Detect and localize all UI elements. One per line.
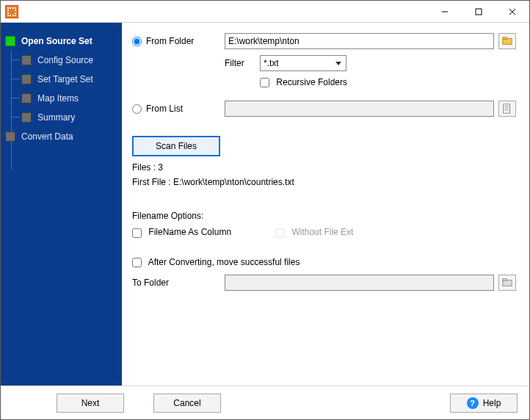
step-status-icon bbox=[21, 112, 32, 123]
files-count-label: Files : 3 bbox=[132, 162, 516, 173]
titlebar bbox=[1, 1, 529, 23]
filename-as-column-text: FileName As Column bbox=[148, 227, 231, 237]
step-status-icon bbox=[21, 93, 32, 104]
filename-as-column-label[interactable]: FileName As Column bbox=[132, 227, 231, 237]
after-move-text: After Converting, move successful files bbox=[148, 257, 300, 267]
without-file-ext-text: Without File Ext bbox=[291, 227, 353, 237]
browse-list-button[interactable] bbox=[498, 101, 516, 117]
app-icon bbox=[5, 5, 18, 18]
minimize-button[interactable] bbox=[428, 1, 462, 23]
to-folder-input bbox=[225, 275, 494, 291]
sidebar-item-config-source[interactable]: Config Source bbox=[21, 51, 119, 70]
svg-rect-1 bbox=[476, 9, 482, 15]
help-icon: ? bbox=[467, 397, 479, 409]
browse-to-folder-button[interactable] bbox=[498, 275, 516, 291]
from-folder-radio-label[interactable]: From Folder bbox=[132, 36, 225, 46]
recursive-checkbox-label[interactable]: Recursive Folders bbox=[260, 77, 347, 87]
sidebar-item-summary[interactable]: Summary bbox=[21, 108, 119, 127]
help-label: Help bbox=[483, 398, 501, 408]
close-button[interactable] bbox=[495, 1, 529, 23]
from-list-radio-label[interactable]: From List bbox=[132, 104, 225, 114]
help-button[interactable]: ? Help bbox=[450, 394, 518, 413]
first-file-label: First File : E:\work\temp\nton\countries… bbox=[132, 177, 516, 187]
browse-folder-button[interactable] bbox=[498, 33, 516, 49]
sidebar-item-map-items[interactable]: Map Items bbox=[21, 89, 119, 108]
to-folder-label: To Folder bbox=[132, 278, 225, 288]
cancel-label: Cancel bbox=[173, 398, 200, 408]
scan-files-button[interactable]: Scan Files bbox=[132, 136, 220, 156]
sidebar-item-label: Set Target Set bbox=[37, 74, 93, 84]
filename-as-column-checkbox[interactable] bbox=[132, 228, 142, 238]
folder-path-input[interactable] bbox=[225, 33, 494, 49]
sidebar-item-open-source-set[interactable]: Open Source Set bbox=[5, 32, 119, 51]
from-list-text: From List bbox=[146, 104, 183, 114]
svg-rect-5 bbox=[503, 37, 507, 40]
next-button[interactable]: Next bbox=[57, 394, 124, 413]
main-panel: From Folder Filter *.txt Recursive Folde… bbox=[122, 23, 529, 385]
sidebar-item-label: Convert Data bbox=[21, 131, 73, 142]
filter-combo[interactable]: *.txt bbox=[260, 55, 346, 71]
step-status-icon bbox=[21, 55, 32, 65]
step-status-icon bbox=[5, 36, 15, 46]
sidebar-item-label: Open Source Set bbox=[21, 36, 92, 46]
recursive-text: Recursive Folders bbox=[276, 77, 347, 87]
from-list-radio[interactable] bbox=[132, 104, 142, 114]
without-file-ext-checkbox bbox=[275, 228, 285, 238]
recursive-checkbox[interactable] bbox=[260, 78, 269, 87]
filter-label: Filter bbox=[225, 58, 260, 68]
filter-value: *.txt bbox=[264, 58, 279, 68]
sidebar-item-set-target-set[interactable]: Set Target Set bbox=[21, 70, 119, 89]
sidebar-item-label: Config Source bbox=[37, 55, 93, 65]
without-file-ext-label: Without File Ext bbox=[275, 227, 353, 237]
wizard-footer: Next Cancel ? Help bbox=[1, 385, 529, 419]
step-status-icon bbox=[5, 131, 15, 142]
svg-rect-11 bbox=[503, 279, 507, 281]
filename-options-label: Filename Options: bbox=[132, 211, 516, 221]
from-folder-radio[interactable] bbox=[132, 37, 142, 46]
app-window: Open Source Set Config Source Set Target… bbox=[0, 0, 530, 420]
after-move-checkbox[interactable] bbox=[132, 258, 142, 267]
wizard-sidebar: Open Source Set Config Source Set Target… bbox=[1, 23, 122, 385]
list-path-input bbox=[225, 101, 494, 117]
after-move-label[interactable]: After Converting, move successful files bbox=[132, 257, 300, 267]
cancel-button[interactable]: Cancel bbox=[153, 394, 221, 413]
maximize-button[interactable] bbox=[462, 1, 495, 23]
sidebar-item-convert-data[interactable]: Convert Data bbox=[5, 127, 119, 146]
next-label: Next bbox=[81, 398, 100, 408]
step-status-icon bbox=[21, 74, 32, 84]
sidebar-item-label: Map Items bbox=[37, 93, 79, 104]
from-folder-text: From Folder bbox=[146, 36, 194, 46]
sidebar-item-label: Summary bbox=[37, 112, 75, 123]
svg-rect-6 bbox=[504, 104, 510, 113]
scan-button-label: Scan Files bbox=[156, 141, 197, 151]
